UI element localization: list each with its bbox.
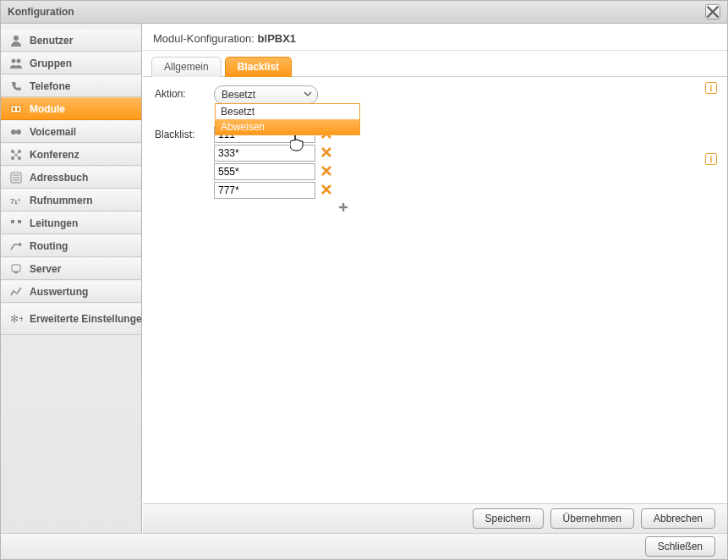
sidebar-item-label: Server [30,263,61,275]
add-button[interactable] [336,200,351,216]
svg-text:✻+: ✻+ [10,313,23,325]
sidebar-icon [9,57,23,70]
chevron-down-icon [304,89,312,101]
x-icon [320,146,332,161]
info-icon[interactable]: i [705,82,717,94]
sidebar-icon [9,171,23,184]
aktion-option[interactable]: Besetzt [216,104,359,119]
sidebar-icon [9,102,23,116]
blacklist-row [214,145,351,162]
sidebar-item-adressbuch[interactable]: Adressbuch [1,166,141,189]
sidebar-item-rufnummern[interactable]: 7₁²Rufnummern [1,189,141,211]
sidebar-icon [9,262,23,276]
sidebar-item-label: Routing [30,240,68,252]
info-icon[interactable]: i [705,153,717,165]
blacklist-input[interactable] [214,182,315,199]
svg-point-2 [17,58,21,63]
sidebar-item-label: Rufnummern [30,195,93,206]
sidebar-item-module[interactable]: Module [1,97,141,120]
main-panel: Modul-Konfiguration: blPBX1 AllgemeinBla… [142,24,727,533]
outer-footer: Schließen [1,533,727,559]
sidebar-icon [9,239,23,253]
window-close-button[interactable] [705,4,720,19]
cancel-button[interactable]: Abbrechen [641,508,715,529]
sidebar-item-label: Leitungen [30,217,78,229]
sidebar-item-label: Gruppen [30,58,72,69]
svg-point-1 [12,58,16,63]
save-button[interactable]: Speichern [473,508,544,529]
delete-button[interactable] [319,183,334,198]
sidebar-item-erweiterte-einstellungen[interactable]: ✻+Erweiterte Einstellungen [1,303,141,335]
aktion-select[interactable]: Besetzt BesetztAbweisen [214,85,318,104]
blacklist-label: Blacklist: [155,126,214,140]
sidebar-item-label: Module [30,103,65,115]
sidebar-item-konferenz[interactable]: Konferenz [1,143,141,166]
x-icon [320,184,332,198]
sidebar-item-label: Voicemail [30,126,76,138]
tabs: AllgemeinBlacklist [143,51,727,77]
tab-blacklist[interactable]: Blacklist [225,57,292,77]
close-button[interactable]: Schließen [645,536,715,557]
blacklist-row [214,182,351,199]
sidebar-item-voicemail[interactable]: Voicemail [1,120,141,143]
sidebar-icon [9,148,23,162]
svg-rect-3 [11,106,21,113]
x-icon [320,165,332,179]
blacklist-list [214,126,351,216]
tab-allgemein[interactable]: Allgemein [151,57,222,77]
aktion-option[interactable]: Abweisen [216,119,359,135]
aktion-dropdown: BesetztAbweisen [215,103,360,135]
sidebar-item-benutzer[interactable]: Benutzer [1,29,141,52]
sidebar-item-leitungen[interactable]: Leitungen [1,211,141,234]
sidebar: BenutzerGruppenTelefoneModuleVoicemailKo… [1,24,142,533]
sidebar-item-server[interactable]: Server [1,257,141,280]
blacklist-input[interactable] [214,145,315,162]
sidebar-icon [9,125,23,139]
plus-icon [337,201,349,216]
sidebar-item-label: Auswertung [30,286,88,298]
delete-button[interactable] [319,164,334,179]
sidebar-item-label: Telefone [30,80,70,92]
sidebar-icon: 7₁² [9,194,23,207]
sidebar-icon [9,80,23,93]
titlebar: Konfiguration [1,1,727,24]
svg-point-0 [14,36,19,41]
sidebar-icon [9,285,23,299]
inner-footer: Speichern Übernehmen Abbrechen [143,503,727,533]
sidebar-icon [9,217,23,230]
svg-rect-18 [12,265,20,272]
svg-rect-19 [14,272,18,273]
sidebar-item-auswertung[interactable]: Auswertung [1,280,141,303]
tab-content: i i Aktion: Besetzt BesetztAbweisen [143,77,727,503]
aktion-label: Aktion: [155,85,214,100]
svg-text:7₁²: 7₁² [10,197,20,206]
sidebar-item-label: Konferenz [30,149,79,161]
window-title: Konfiguration [8,6,74,18]
sidebar-item-telefone[interactable]: Telefone [1,74,141,97]
svg-rect-5 [17,107,19,111]
page-title: Modul-Konfiguration: blPBX1 [143,24,727,51]
sidebar-item-label: Adressbuch [30,172,88,184]
config-window: Konfiguration BenutzerGruppenTelefoneMod… [0,0,728,560]
svg-rect-8 [11,131,21,133]
sidebar-icon: ✻+ [9,312,23,326]
sidebar-item-label: Benutzer [30,35,73,47]
sidebar-item-routing[interactable]: Routing [1,234,141,257]
blacklist-row [214,163,351,180]
sidebar-item-label: Erweiterte Einstellungen [30,313,148,325]
sidebar-item-gruppen[interactable]: Gruppen [1,52,141,74]
sidebar-icon [9,34,23,47]
close-icon [706,5,720,19]
svg-rect-4 [13,107,15,111]
apply-button[interactable]: Übernehmen [550,508,634,529]
delete-button[interactable] [319,145,334,161]
blacklist-input[interactable] [214,163,315,180]
